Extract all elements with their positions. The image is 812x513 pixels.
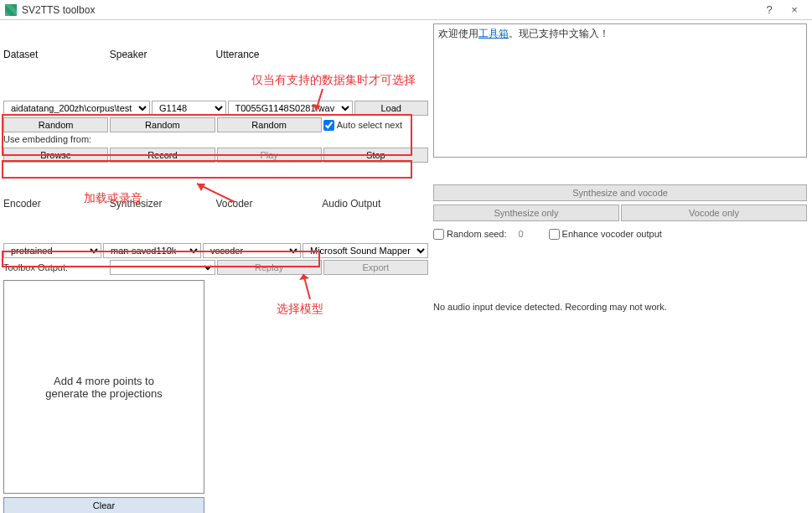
svg-line-4	[303, 274, 310, 299]
dataset-header: Dataset	[3, 49, 110, 60]
svg-marker-3	[197, 184, 205, 191]
window-title: SV2TTS toolbox	[22, 4, 757, 16]
annotation-3: 选择模型	[277, 302, 323, 317]
enhance-vocoder-checkbox[interactable]	[549, 229, 560, 240]
auto-select-next-checkbox[interactable]	[323, 120, 334, 131]
annotation-box-2	[2, 160, 412, 179]
app-icon	[5, 4, 17, 16]
outbox-text: Add 4 more points to generate the projec…	[45, 375, 162, 400]
auto-select-next-label: Auto select next	[337, 120, 402, 130]
annotation-1: 仅当有支持的数据集时才可选择	[251, 73, 416, 88]
log-panel: 欢迎使用工具箱。现已支持中文输入！	[433, 23, 807, 158]
log-link[interactable]: 工具箱	[478, 28, 509, 39]
utterance-header: Utterance	[216, 49, 323, 60]
random-seed-label: Random seed:	[447, 229, 507, 239]
synthesize-only-button[interactable]: Synthesize only	[433, 205, 619, 221]
browse-button[interactable]: Browse	[3, 148, 108, 163]
random-seed-input[interactable]	[515, 227, 540, 241]
audio-output-header: Audio Output	[322, 198, 428, 210]
random-seed-checkbox[interactable]	[433, 229, 444, 240]
stop-button[interactable]: Stop	[323, 148, 428, 163]
record-button[interactable]: Record	[110, 148, 215, 163]
log-suffix: 。现已支持中文输入！	[509, 28, 609, 39]
replay-button[interactable]: Replay	[217, 260, 322, 275]
random-utterance-button[interactable]: Random	[217, 117, 322, 132]
close-button[interactable]: ×	[782, 3, 807, 16]
annotation-arrow-3	[302, 270, 327, 305]
log-prefix: 欢迎使用	[438, 28, 478, 39]
vocoder-select[interactable]: vocoder	[203, 243, 301, 258]
export-button[interactable]: Export	[323, 260, 428, 275]
toolbox-output-label: Toolbox Output:	[3, 262, 68, 272]
synthesizer-header: Synthesizer	[110, 198, 216, 210]
utterance-select[interactable]: T0055G1148S0281.wav	[228, 101, 353, 116]
audio-output-select[interactable]: Microsoft Sound Mapper	[303, 243, 428, 258]
speaker-select[interactable]: G1148	[152, 101, 226, 116]
random-dataset-button[interactable]: Random	[3, 117, 108, 132]
svg-marker-5	[299, 274, 309, 280]
help-button[interactable]: ?	[757, 3, 782, 16]
encoder-header: Encoder	[3, 198, 110, 210]
load-button[interactable]: Load	[354, 101, 429, 116]
status-message: No audio input device detected. Recordin…	[433, 302, 807, 312]
vocoder-header: Vocoder	[216, 198, 323, 210]
clear-button[interactable]: Clear	[3, 497, 204, 513]
toolbox-output-box: Add 4 more points to generate the projec…	[3, 280, 204, 494]
dataset-select[interactable]: aidatatang_200zh\corpus\test	[3, 101, 150, 116]
synthesize-vocode-button[interactable]: Synthesize and vocode	[433, 184, 807, 201]
random-speaker-button[interactable]: Random	[110, 117, 215, 132]
use-embedding-label: Use embedding from:	[3, 134, 428, 144]
synthesizer-select[interactable]: man-saved110k	[103, 243, 201, 258]
encoder-select[interactable]: pretrained	[3, 243, 101, 258]
enhance-vocoder-label: Enhance vocoder output	[562, 229, 662, 239]
play-button[interactable]: Play	[217, 148, 322, 163]
titlebar: SV2TTS toolbox ? ×	[0, 0, 812, 20]
speaker-header: Speaker	[110, 49, 216, 60]
toolbox-output-select[interactable]	[110, 260, 215, 275]
vocode-only-button[interactable]: Vocode only	[621, 205, 807, 221]
